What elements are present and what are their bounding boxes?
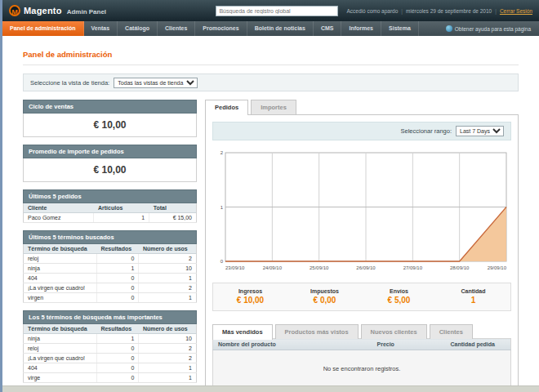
magento-admin-app: M Magento Admin Panel Accedió como apard… [2,0,539,392]
top-search-terms-table: Término de búsqueda Resultados Número de… [23,324,197,383]
table-row[interactable]: 40401 [24,363,197,373]
page-title: Panel de administración [23,50,112,59]
col-header-cantidad: Cantidad pedida [446,339,511,350]
left-column: Ciclo de ventas € 10,00 Promedio de impo… [23,100,197,390]
metric-value: € 0,00 [287,296,362,305]
window-frame-left [0,0,2,392]
metric-value: € 10,00 [213,296,287,305]
cell-term: virge [24,373,97,383]
col-header: Total [149,203,197,213]
cell-results: 1 [96,264,139,274]
cell-uses: 10 [139,334,197,344]
metric-label: Impuestos [287,288,362,294]
tab-mas-vendidos[interactable]: Más vendidos [212,324,273,340]
col-header: Término de búsqueda [24,324,97,334]
svg-text:28/09/10: 28/09/10 [450,265,470,270]
svg-text:24/09/10: 24/09/10 [263,265,283,270]
svg-text:26/09/10: 26/09/10 [356,265,376,270]
table-row[interactable]: reloj02 [24,254,197,264]
orders-panel: Seleccionar rango: Last 7 Days 01223/09/… [205,114,519,392]
help-link[interactable]: Obtener ayuda para esta página [446,21,539,36]
header-bar: M Magento Admin Panel Accedió como apard… [2,0,539,21]
cell-results: 1 [96,334,139,344]
last-orders-card: Últimos 5 pedidos Cliente Artículos Tota… [23,189,197,223]
cell-uses: 1 [139,373,197,383]
window-frame-bottom [0,385,539,392]
product-tabs: Más vendidos Productos más vistos Nuevos… [212,324,511,339]
cell-uses: 2 [139,344,197,354]
table-row[interactable]: Paco Gomez 1 € 15,00 [24,213,197,223]
col-header: Artículos [94,203,149,213]
table-row[interactable]: virgen01 [24,293,197,303]
empty-records-message: No se encontraron registros. [213,350,511,390]
help-label: Obtener ayuda para esta página [455,26,531,32]
global-search-input[interactable] [216,6,338,16]
svg-text:2: 2 [220,150,224,155]
tab-clientes[interactable]: Clientes [430,324,473,339]
table-row[interactable]: ninja110 [24,334,197,344]
cell-term: ninja [24,264,97,274]
nav-item-sistema[interactable]: Sistema [381,21,419,36]
cell-term: 404 [24,274,97,283]
cell-results: 0 [96,373,139,383]
last-orders-table: Cliente Artículos Total Paco Gomez 1 € 1… [23,203,197,223]
cell-cliente: Paco Gomez [24,213,94,223]
cell-uses: 1 [139,293,197,303]
range-select[interactable]: Last 7 Days [456,126,504,136]
tab-nuevos-clientes[interactable]: Nuevos clientes [361,324,427,339]
metric-label: Cantidad [436,288,510,294]
nav-item-catalogo[interactable]: Catálogo [118,21,158,36]
cell-term: 404 [24,363,97,373]
magento-logo-icon: M [9,5,20,16]
page-title-wrap: Panel de administración [23,42,519,65]
tab-productos-mas-vistos[interactable]: Productos más vistos [275,324,359,339]
cell-term: reloj [24,344,97,354]
main-nav: Panel de administración Ventas Catálogo … [2,21,539,36]
products-table: Nombre del producto Precio Cantidad pedi… [212,338,511,390]
nav-item-cms[interactable]: CMS [314,21,342,36]
table-row[interactable]: reloj02 [24,344,197,354]
table-row[interactable]: virge01 [24,373,197,383]
cell-term: ¡La virgen que cuadro! [24,354,97,363]
lifetime-sales-value: € 10,00 [23,114,197,137]
logout-link[interactable]: Cerrar Sesión [500,8,532,14]
store-view-label: Seleccione la vista de tienda: [30,79,109,87]
card-title: Los 5 términos de búsqueda más important… [23,310,197,324]
svg-text:0: 0 [220,259,224,264]
metric-ingresos: Ingresos € 10,00 [213,288,287,305]
nav-item-promociones[interactable]: Promociones [195,21,247,36]
svg-text:29/09/10: 29/09/10 [488,265,507,270]
col-header: Término de búsqueda [24,244,97,254]
table-row[interactable]: ninja110 [24,264,197,274]
cell-term: ninja [24,334,97,344]
table-row[interactable]: ¡La virgen que cuadro!02 [24,354,197,363]
store-view-select[interactable]: Todas las vistas de tienda [114,78,198,88]
cell-results: 0 [96,293,139,303]
card-title: Ciclo de ventas [23,100,197,114]
tab-pedidos[interactable]: Pedidos [205,100,248,115]
card-title: Últimos 5 pedidos [23,189,197,203]
svg-text:1: 1 [220,205,224,210]
lifetime-sales-card: Ciclo de ventas € 10,00 [23,100,197,137]
cell-uses: 2 [139,254,197,264]
nav-item-dashboard[interactable]: Panel de administración [2,21,84,36]
nav-item-clientes[interactable]: Clientes [158,21,195,36]
table-row[interactable]: 40401 [24,274,197,283]
orders-area-chart: 01223/09/1024/09/1025/09/1026/09/1027/09… [212,149,511,276]
nav-item-informes[interactable]: Informes [341,21,381,36]
tab-importes[interactable]: Importes [251,100,296,114]
svg-text:23/09/10: 23/09/10 [225,265,245,270]
chart-tabs: Pedidos Importes [205,100,519,114]
top-search-terms-card: Los 5 términos de búsqueda más important… [23,310,197,383]
col-header: Número de usos [139,244,197,254]
range-bar: Seleccionar rango: Last 7 Days [212,122,511,140]
table-row[interactable]: ¡La virgen que cuadro!02 [24,283,197,293]
last-search-terms-table: Término de búsqueda Resultados Número de… [23,244,197,303]
nav-item-boletin[interactable]: Boletín de noticias [247,21,314,36]
nav-item-ventas[interactable]: Ventas [84,21,118,36]
cell-uses: 1 [139,274,197,283]
metric-impuestos: Impuestos € 0,00 [287,288,362,305]
cell-uses: 1 [139,363,197,373]
range-label: Seleccionar rango: [400,127,452,135]
current-date: miércoles 29 de septiembre de 2010 [406,8,492,14]
